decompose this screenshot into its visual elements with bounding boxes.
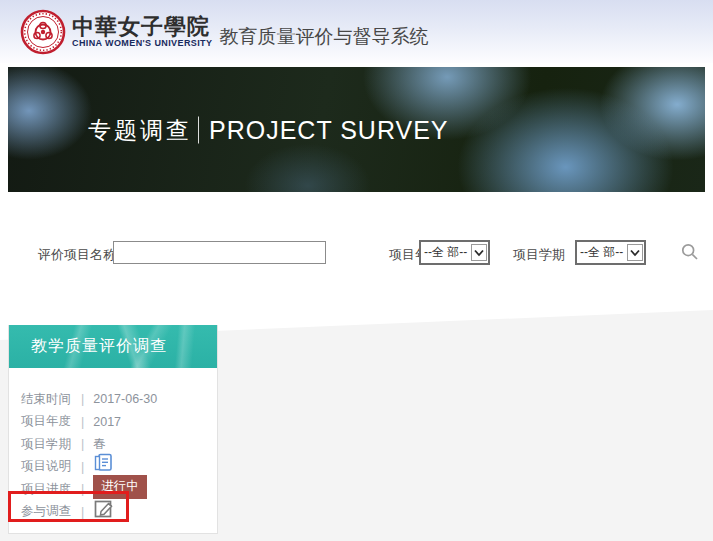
- chevron-down-icon: [627, 244, 643, 261]
- project-name-label: 评价项目名称 :: [38, 246, 123, 264]
- project-name-input[interactable]: [113, 241, 326, 264]
- project-year-row: 项目年度 | 2017: [21, 415, 217, 429]
- survey-card-header: 教学质量评价调查: [9, 325, 217, 368]
- page: 中華女子學院 CHINA WOMEN'S UNIVERSITY 教育质量评价与督…: [0, 0, 713, 541]
- edit-icon[interactable]: [93, 497, 115, 522]
- row-separator: |: [81, 392, 84, 406]
- row-separator: |: [81, 415, 84, 429]
- row-separator: |: [81, 437, 84, 451]
- project-year-select[interactable]: --全 部--: [419, 240, 490, 265]
- project-progress-row: 项目进度 | 进行中: [21, 482, 217, 496]
- project-term-label: 项目学期: [513, 246, 565, 264]
- banner-title-en: PROJECT SURVEY: [209, 115, 449, 144]
- project-description-label: 项目说明: [21, 458, 77, 475]
- end-time-row: 结束时间 | 2017-06-30: [21, 392, 217, 406]
- project-term-selected-value: --全 部--: [577, 244, 627, 261]
- app-header: 中華女子學院 CHINA WOMEN'S UNIVERSITY 教育质量评价与督…: [0, 0, 713, 63]
- university-name-en: CHINA WOMEN'S UNIVERSITY: [72, 39, 212, 48]
- project-term-select[interactable]: --全 部--: [575, 240, 646, 265]
- banner-title: 专题调查 PROJECT SURVEY: [88, 114, 449, 145]
- banner-divider: [198, 116, 199, 143]
- end-time-value: 2017-06-30: [93, 392, 157, 406]
- survey-card: 教学质量评价调查 结束时间 | 2017-06-30 项目年度 | 2017 项…: [8, 325, 218, 534]
- participate-label: 参与调查: [21, 503, 77, 520]
- document-icon[interactable]: [93, 453, 114, 476]
- chevron-down-icon: [471, 244, 487, 261]
- project-year-selected-value: --全 部--: [421, 244, 471, 261]
- project-term-row-label: 项目学期: [21, 436, 77, 453]
- banner-title-cn: 专题调查: [88, 114, 192, 145]
- project-year-value: 2017: [93, 415, 121, 429]
- survey-card-title: 教学质量评价调查: [31, 336, 167, 357]
- university-name: 中華女子學院 CHINA WOMEN'S UNIVERSITY: [72, 15, 212, 48]
- row-separator: |: [81, 505, 84, 519]
- survey-card-body: 结束时间 | 2017-06-30 项目年度 | 2017 项目学期 | 春 项…: [9, 368, 217, 533]
- search-icon[interactable]: [681, 243, 699, 261]
- project-description-row: 项目说明 |: [21, 460, 217, 474]
- project-year-row-label: 项目年度: [21, 413, 77, 430]
- system-title: 教育质量评价与督导系统: [219, 14, 428, 50]
- university-name-cn: 中華女子學院: [72, 15, 212, 37]
- project-term-row: 项目学期 | 春: [21, 437, 217, 451]
- banner: 专题调查 PROJECT SURVEY: [8, 67, 705, 192]
- project-term-value: 春: [93, 436, 106, 453]
- row-separator: |: [81, 460, 84, 474]
- end-time-label: 结束时间: [21, 391, 77, 408]
- row-separator: |: [81, 482, 84, 496]
- progress-status-badge: 进行中: [93, 475, 147, 499]
- university-logo-seal-icon: [20, 9, 66, 55]
- project-progress-label: 项目进度: [21, 481, 77, 498]
- participate-row: 参与调查 |: [21, 505, 217, 519]
